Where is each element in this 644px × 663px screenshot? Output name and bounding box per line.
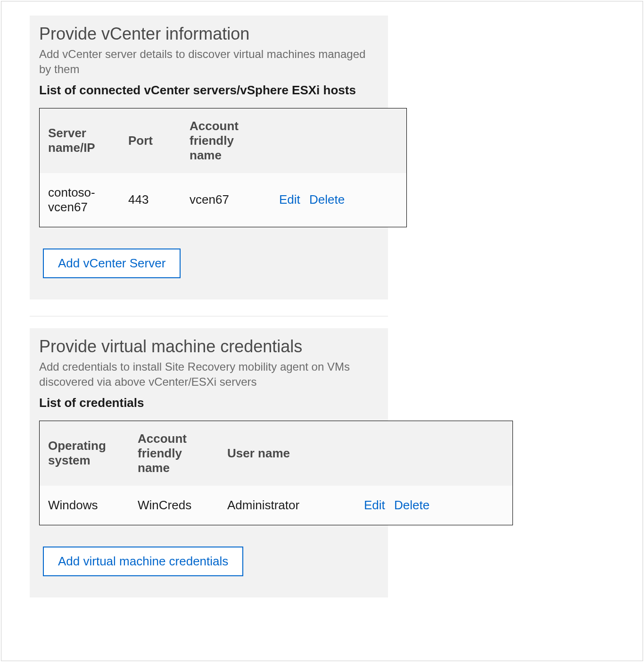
table-row: contoso-vcen67 443 vcen67 Edit Delete bbox=[40, 173, 406, 227]
divider bbox=[30, 316, 388, 316]
vcenter-section: Provide vCenter information Add vCenter … bbox=[30, 16, 388, 299]
credentials-col-actions bbox=[355, 421, 512, 486]
credentials-cell-os: Windows bbox=[40, 486, 129, 525]
vcenter-cell-server: contoso-vcen67 bbox=[40, 173, 120, 227]
credentials-col-user: User name bbox=[219, 421, 355, 486]
vcenter-col-account: Account friendly name bbox=[181, 108, 271, 173]
add-credentials-button[interactable]: Add virtual machine credentials bbox=[43, 547, 243, 576]
vcenter-cell-account: vcen67 bbox=[181, 173, 271, 227]
vcenter-cell-actions: Edit Delete bbox=[271, 173, 406, 227]
credentials-section: Provide virtual machine credentials Add … bbox=[30, 328, 388, 597]
vcenter-cell-port: 443 bbox=[120, 173, 181, 227]
edit-link[interactable]: Edit bbox=[364, 498, 385, 513]
credentials-table: Operating system Account friendly name U… bbox=[39, 421, 513, 525]
delete-link[interactable]: Delete bbox=[394, 498, 429, 513]
delete-link[interactable]: Delete bbox=[309, 192, 345, 207]
credentials-list-label: List of credentials bbox=[39, 395, 379, 411]
vcenter-list-label: List of connected vCenter servers/vSpher… bbox=[39, 82, 379, 99]
vcenter-col-port: Port bbox=[120, 108, 181, 173]
page-frame: Provide vCenter information Add vCenter … bbox=[1, 1, 643, 661]
credentials-col-account: Account friendly name bbox=[129, 421, 219, 486]
vcenter-table: Server name/IP Port Account friendly nam… bbox=[39, 108, 407, 227]
table-row: Windows WinCreds Administrator Edit Dele… bbox=[40, 486, 512, 525]
vcenter-subtitle: Add vCenter server details to discover v… bbox=[39, 47, 379, 77]
vcenter-col-server: Server name/IP bbox=[40, 108, 120, 173]
credentials-cell-actions: Edit Delete bbox=[355, 486, 512, 525]
edit-link[interactable]: Edit bbox=[279, 192, 300, 207]
credentials-cell-user: Administrator bbox=[219, 486, 355, 525]
add-vcenter-button[interactable]: Add vCenter Server bbox=[43, 249, 181, 278]
credentials-col-os: Operating system bbox=[40, 421, 129, 486]
credentials-cell-account: WinCreds bbox=[129, 486, 219, 525]
vcenter-col-actions bbox=[271, 108, 406, 173]
credentials-title: Provide virtual machine credentials bbox=[39, 337, 379, 356]
credentials-subtitle: Add credentials to install Site Recovery… bbox=[39, 359, 379, 390]
vcenter-title: Provide vCenter information bbox=[39, 24, 379, 44]
